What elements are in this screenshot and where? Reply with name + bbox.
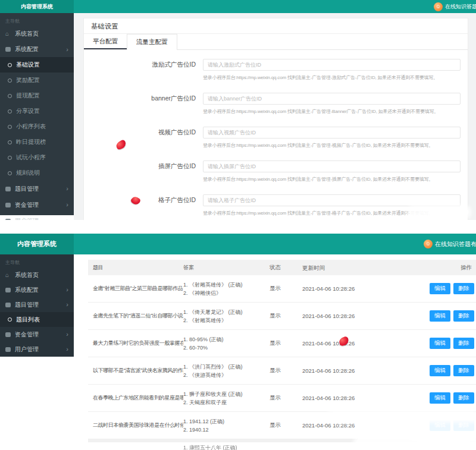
- users-icon: [5, 347, 11, 352]
- user-avatar[interactable]: ☺: [434, 2, 443, 11]
- radio-circle-icon: [8, 140, 12, 144]
- sidebar-item-home[interactable]: ⌂ 系统首页: [0, 268, 74, 282]
- table-row: 金庸先生笔下的“逍遥二仙”出自哪部小说? 1. 《倚天屠龙记》 (正确) 2. …: [88, 303, 476, 330]
- edit-button[interactable]: 编辑: [430, 365, 450, 376]
- delete-button[interactable]: 删除: [453, 310, 474, 322]
- actions-cell: 编辑 删除: [362, 338, 476, 349]
- table-row: 金庸“射雕三部曲”之第三部曲是哪部作品? 1. 《射雕英雄传》 (正确) 2. …: [88, 275, 476, 303]
- header-user-menu[interactable]: ☺ 在线知识答题有奖: [424, 234, 476, 254]
- answer-option-2: 2. 1940.12: [183, 426, 270, 434]
- edit-button[interactable]: 编辑: [430, 310, 450, 322]
- status-cell: 显示: [270, 367, 302, 375]
- chevron-right-icon: ›: [66, 301, 68, 308]
- home-icon: ⌂: [5, 272, 11, 278]
- answer-option-2: 2. 《射雕英雄传》: [183, 316, 270, 325]
- sidebar-item-label: 试玩小程序: [16, 153, 46, 162]
- column-header-actions: 操作: [362, 264, 476, 272]
- tab-traffic-config[interactable]: 流量主配置: [127, 34, 177, 50]
- delete-button[interactable]: 删除: [453, 338, 474, 349]
- questions-icon: [5, 187, 11, 191]
- sidebar-item-rules[interactable]: 规则说明: [0, 165, 74, 181]
- smiley-face-icon: ☺: [425, 241, 431, 247]
- page-title: 基础设置: [84, 18, 468, 34]
- sidebar-item-funds-management[interactable]: 资金管理 ›: [0, 197, 74, 213]
- answer-option-1: 1. 1941.12 (正确): [183, 417, 270, 426]
- sidebar-item-label: 基础设置: [16, 61, 40, 69]
- sidebar-item-user-management[interactable]: 用户管理 ›: [0, 213, 74, 220]
- sidebar-item-home[interactable]: ⌂ 系统首页: [0, 26, 74, 42]
- question-cell: 最大力量练习时它的负荷强度一般掌握在?: [88, 339, 183, 347]
- actions-cell: 编辑 删除: [362, 283, 476, 294]
- sidebar-item-label: 题目管理: [15, 185, 39, 193]
- sidebar-item-share-settings[interactable]: 分享设置: [0, 103, 74, 119]
- radio-circle-icon: [8, 94, 12, 98]
- sidebar-item-withdraw-config[interactable]: 提现配置: [0, 88, 74, 103]
- edit-button[interactable]: 编辑: [430, 392, 450, 404]
- field-label: banner广告位ID: [84, 92, 203, 115]
- sidebar-item-label: 系统首页: [15, 30, 39, 38]
- sidebar-item-funds-management[interactable]: 资金管理 ›: [0, 327, 74, 342]
- status-cell: 显示: [270, 312, 302, 320]
- delete-button[interactable]: 删除: [453, 365, 474, 376]
- sidebar-item-miniapp-list[interactable]: 小程序列表: [0, 119, 74, 134]
- sidebar-item-yesterday-withdraw-rank[interactable]: 昨日提现榜: [0, 134, 74, 150]
- answer-cell: 1. 康熙五十八年 (正确): [183, 442, 270, 450]
- sidebar-item-user-management[interactable]: 用户管理 ›: [0, 342, 74, 357]
- sidebar-item-basic-settings[interactable]: 基础设置: [0, 57, 74, 73]
- edit-button[interactable]: 编辑: [430, 338, 450, 349]
- ad-config-form: 激励式广告位ID 登录小程序后台:https://mp.weixin.qq.co…: [84, 50, 468, 216]
- eraser-smudge: [356, 438, 476, 447]
- answer-option-1: 1. 康熙五十八年 (正确): [183, 443, 270, 450]
- header-user-label: 在线知识答题有奖: [435, 240, 476, 248]
- delete-button[interactable]: 删除: [453, 283, 474, 294]
- radio-circle-icon: [8, 109, 12, 114]
- column-header-question: 题目: [88, 264, 183, 272]
- edit-button[interactable]: 编辑: [430, 283, 450, 294]
- sidebar-item-label: 资金管理: [15, 331, 39, 339]
- table-row: 在春季晚上广东地区所能看到的星座是哪些? 1. 狮子座和牧夫座 (正确) 2. …: [88, 385, 476, 412]
- sidebar-item-question-management[interactable]: 题目管理 ›: [0, 181, 74, 197]
- grid-ad-id-input[interactable]: [203, 194, 461, 206]
- sidebar-item-label: 系统首页: [15, 271, 39, 279]
- sidebar-item-reward-config[interactable]: 奖励配置: [0, 73, 74, 88]
- user-avatar[interactable]: ☺: [424, 240, 433, 248]
- rewarded-ad-id-input[interactable]: [203, 59, 461, 71]
- field-label: 激励式广告位ID: [84, 58, 203, 81]
- chevron-right-icon: ›: [66, 346, 68, 353]
- interstitial-ad-id-input[interactable]: [203, 161, 461, 172]
- delete-button[interactable]: 删除: [453, 392, 474, 404]
- header-user-menu[interactable]: ☺ 在线知识答题有奖: [434, 0, 476, 13]
- table-row: 最大力量练习时它的负荷强度一般掌握在? 1. 80-95% (正确) 2. 60…: [88, 330, 476, 357]
- actions-cell: 编辑 删除: [362, 365, 476, 376]
- chevron-right-icon: ›: [66, 218, 68, 220]
- app-brand: 内容管理系统: [0, 0, 74, 13]
- status-cell: 显示: [270, 285, 302, 292]
- sidebar-item-system-config[interactable]: 系统配置 ›: [0, 42, 74, 57]
- home-icon: ⌂: [5, 31, 11, 37]
- updated-cell: 2021-04-06 10:28:26: [302, 339, 362, 347]
- sidebar-item-system-config[interactable]: 系统配置 ›: [0, 282, 74, 297]
- status-cell: 显示: [270, 339, 302, 347]
- sidebar-section-label: 主导航: [0, 258, 74, 268]
- sidebar-item-question-list[interactable]: 题目列表: [0, 312, 74, 327]
- app-header: 内容管理系统 ☺ 在线知识答题有奖: [0, 0, 476, 13]
- banner-ad-id-input[interactable]: [203, 93, 461, 105]
- form-row: 视频广告位ID 登录小程序后台:https://mp.weixin.qq.com…: [84, 126, 468, 149]
- radio-circle-icon: [8, 78, 12, 83]
- sidebar-item-demo-miniapp[interactable]: 试玩小程序: [0, 150, 74, 165]
- sidebar-item-question-management[interactable]: 题目管理 ›: [0, 297, 74, 312]
- tab-platform-config[interactable]: 平台配置: [84, 34, 127, 49]
- sidebar-item-label: 昨日提现榜: [16, 138, 46, 146]
- column-header-updated: 更新时间: [302, 264, 362, 272]
- radio-circle-icon: [8, 317, 12, 322]
- table-row: 以下哪部不是“清宫派”武侠名家腾风的作品? 1. 《洪门英烈传》 (正确) 2.…: [88, 357, 476, 385]
- answer-option-2: 2. 《侠游英雄传》: [183, 371, 270, 379]
- sidebar: 主导航 ⌂ 系统首页 系统配置 › 基础设置 奖励配置 提现配置 分享设置 小: [0, 13, 74, 215]
- field-label: 插屏广告位ID: [84, 160, 203, 182]
- config-icon: [5, 288, 11, 292]
- video-ad-id-input[interactable]: [203, 127, 461, 139]
- answer-option-1: 1. 《射雕英雄传》 (正确): [183, 281, 270, 289]
- chevron-right-icon: ›: [66, 202, 68, 208]
- actions-cell: 编辑 删除: [362, 392, 476, 404]
- form-row: banner广告位ID 登录小程序后台:https://mp.weixin.qq…: [84, 92, 468, 115]
